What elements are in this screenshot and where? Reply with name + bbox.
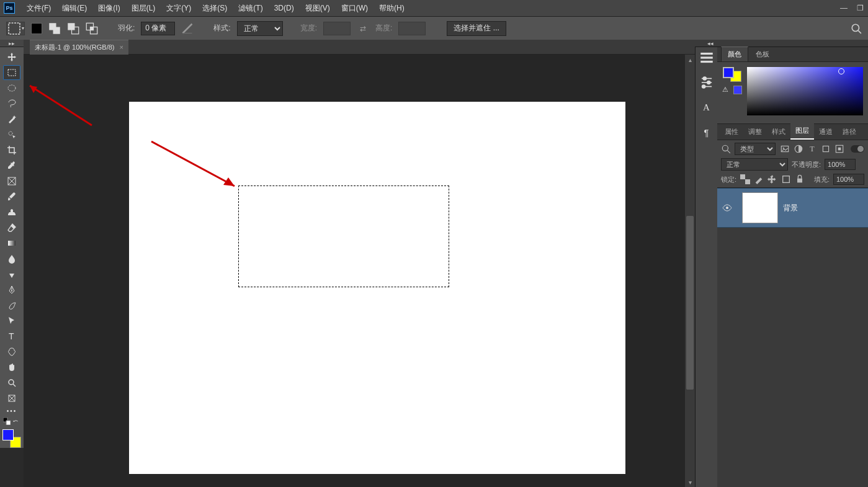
text-tool[interactable]: T — [3, 329, 20, 344]
tab-channels[interactable]: 通道 — [814, 124, 838, 140]
scroll-up-icon[interactable]: ▴ — [685, 55, 695, 65]
tab-styles[interactable]: 样式 — [767, 124, 790, 140]
lock-position-icon[interactable] — [767, 174, 777, 184]
dock-strip-collapse-icon[interactable]: ◂◂ — [695, 40, 717, 47]
color-spectrum[interactable] — [747, 67, 863, 118]
lock-artboard-icon[interactable] — [781, 174, 791, 184]
spectrum-cursor[interactable] — [838, 68, 844, 74]
menu-filter[interactable]: 滤镜(T) — [233, 0, 268, 16]
crop-tool[interactable] — [3, 143, 20, 158]
menu-select[interactable]: 选择(S) — [197, 0, 233, 16]
filter-shape-icon[interactable] — [821, 144, 831, 154]
tab-color[interactable]: 颜色 — [721, 47, 748, 61]
intersect-selection-icon[interactable] — [86, 22, 98, 35]
scroll-down-icon[interactable]: ▾ — [685, 477, 695, 487]
filter-toggle[interactable] — [851, 145, 864, 153]
pen-tool[interactable] — [3, 282, 20, 297]
filter-search-icon[interactable] — [721, 144, 731, 154]
fill-input[interactable] — [833, 174, 864, 185]
quick-select-tool[interactable] — [3, 127, 20, 142]
tab-properties[interactable]: 属性 — [720, 124, 743, 140]
new-selection-icon[interactable] — [31, 23, 42, 34]
filter-smart-icon[interactable] — [834, 144, 844, 154]
character-panel-icon[interactable]: A — [699, 99, 715, 115]
filter-type-select[interactable]: 类型 — [735, 143, 776, 155]
frame-tool[interactable] — [3, 174, 20, 189]
lasso-tool[interactable] — [3, 96, 20, 111]
clone-stamp-tool[interactable] — [3, 205, 20, 220]
lock-transparency-icon[interactable] — [740, 174, 750, 184]
current-tool-indicator[interactable]: ▾ — [6, 22, 25, 35]
opacity-input[interactable] — [825, 159, 856, 170]
magic-wand-tool[interactable] — [3, 112, 20, 127]
gradient-tool[interactable] — [3, 236, 20, 251]
filter-adjust-icon[interactable] — [794, 144, 803, 154]
maximize-icon[interactable]: ❐ — [852, 0, 868, 16]
layer-visibility-icon[interactable] — [717, 204, 737, 212]
artboard-tool[interactable] — [3, 391, 20, 406]
document-tab[interactable]: 未标题-1 @ 100%(RGB/8) × — [30, 40, 128, 55]
lock-all-icon[interactable] — [795, 174, 805, 184]
foreground-background-colors[interactable] — [2, 429, 21, 448]
menu-window[interactable]: 窗口(W) — [336, 0, 374, 16]
menu-image[interactable]: 图像(I) — [92, 0, 125, 16]
subtract-selection-icon[interactable] — [67, 22, 79, 35]
layer-thumbnail[interactable] — [742, 192, 778, 223]
tab-swatches[interactable]: 色板 — [749, 47, 776, 61]
default-colors-icon[interactable] — [3, 418, 11, 425]
menu-3d[interactable]: 3D(D) — [269, 0, 300, 16]
close-tab-icon[interactable]: × — [120, 43, 123, 51]
select-and-mask-button[interactable]: 选择并遮住 ... — [447, 21, 506, 36]
elliptical-marquee-tool[interactable] — [3, 81, 20, 96]
canvas-viewport[interactable]: ▴ ▾ — [24, 55, 695, 487]
style-select[interactable]: 正常 — [237, 21, 283, 36]
shape-tool[interactable] — [3, 344, 20, 359]
tab-layers[interactable]: 图层 — [790, 123, 814, 140]
gamut-closest-swatch[interactable] — [733, 86, 742, 94]
gamut-warning-icon[interactable]: ⚠ — [722, 86, 731, 94]
menu-file[interactable]: 文件(F) — [21, 0, 56, 16]
scroll-thumb[interactable] — [686, 216, 694, 390]
blur-tool[interactable] — [3, 251, 20, 266]
svg-point-17 — [11, 290, 12, 292]
menu-help[interactable]: 帮助(H) — [374, 0, 410, 16]
menu-text[interactable]: 文字(Y) — [161, 0, 197, 16]
eyedropper-tool[interactable] — [3, 158, 20, 173]
history-panel-icon[interactable] — [699, 50, 715, 66]
menu-edit[interactable]: 编辑(E) — [56, 0, 92, 16]
filter-pixel-icon[interactable] — [780, 144, 790, 154]
toolbar-expand-icon[interactable]: ▸▸ — [0, 40, 24, 47]
adjustments-panel-icon[interactable] — [699, 74, 715, 91]
foreground-color-swatch[interactable] — [2, 429, 14, 440]
panel-fgbg-swatch[interactable] — [723, 67, 741, 82]
move-tool[interactable] — [3, 50, 20, 65]
lock-pixels-icon[interactable] — [754, 174, 764, 184]
swap-colors-icon[interactable]: ⤺ — [13, 418, 20, 425]
menu-view[interactable]: 视图(V) — [300, 0, 336, 16]
add-selection-icon[interactable] — [48, 22, 61, 35]
search-icon[interactable] — [851, 23, 862, 34]
panel-fg-swatch[interactable] — [723, 67, 734, 78]
smudge-tool[interactable] — [3, 298, 20, 313]
filter-text-icon[interactable]: T — [807, 144, 817, 154]
zoom-tool[interactable] — [3, 375, 20, 390]
tab-paths[interactable]: 路径 — [838, 124, 861, 140]
rectangular-selection[interactable] — [238, 185, 449, 287]
tab-adjustments[interactable]: 调整 — [743, 124, 767, 140]
minimize-icon[interactable]: ― — [836, 0, 852, 16]
vertical-scrollbar[interactable]: ▴ ▾ — [685, 55, 695, 487]
hand-tool[interactable] — [3, 360, 20, 375]
dodge-tool[interactable] — [3, 267, 20, 282]
paragraph-panel-icon[interactable]: ¶ — [699, 124, 715, 140]
path-select-tool[interactable] — [3, 313, 20, 328]
menu-layer[interactable]: 图层(L) — [126, 0, 161, 16]
layer-row[interactable]: 背景 — [717, 188, 868, 228]
feather-input[interactable] — [141, 22, 175, 35]
eraser-tool[interactable] — [3, 220, 20, 235]
blend-mode-select[interactable]: 正常 — [721, 158, 788, 171]
more-tools-icon[interactable]: ••• — [7, 406, 17, 416]
brush-tool[interactable] — [3, 189, 20, 204]
opacity-label: 不透明度: — [792, 160, 821, 169]
layer-name[interactable]: 背景 — [783, 203, 798, 213]
rectangular-marquee-tool[interactable] — [3, 65, 20, 80]
